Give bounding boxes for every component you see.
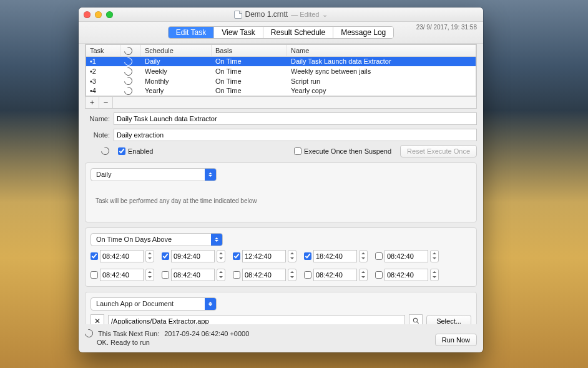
table-row[interactable]: 1DailyOn TimeDaily Task Launch data Extr… bbox=[86, 57, 476, 67]
time-stepper[interactable] bbox=[288, 269, 296, 281]
col-task[interactable]: Task bbox=[86, 45, 120, 56]
refresh-icon bbox=[122, 66, 134, 77]
schedule-popup[interactable]: Daily bbox=[91, 168, 217, 181]
refresh-icon[interactable] bbox=[99, 146, 110, 157]
desktop-wallpaper: Demo 1.crntt — Edited ⌄ 23/ 9/ 2017, 19:… bbox=[0, 0, 588, 368]
document-icon bbox=[234, 11, 242, 19]
clear-path-button[interactable]: ✕ bbox=[91, 314, 104, 324]
titlebar[interactable]: Demo 1.crntt — Edited ⌄ bbox=[79, 7, 483, 22]
col-basis[interactable]: Basis bbox=[212, 45, 287, 56]
basis-popup-value: On Time On Days Above bbox=[91, 236, 177, 243]
enabled-checkbox[interactable]: Enabled bbox=[118, 147, 153, 155]
time-enable-checkbox[interactable] bbox=[375, 252, 383, 260]
time-value-input[interactable] bbox=[171, 269, 215, 281]
execute-once-checkbox[interactable]: Execute Once then Suspend bbox=[294, 147, 391, 155]
task-refresh-cell bbox=[120, 76, 141, 86]
task-table[interactable]: Task Schedule Basis Name 1DailyOn TimeDa… bbox=[86, 44, 476, 96]
svg-line-1 bbox=[416, 322, 418, 324]
time-slot bbox=[233, 269, 296, 281]
time-stepper[interactable] bbox=[145, 269, 154, 281]
note-label: Note: bbox=[85, 131, 110, 139]
time-value-input[interactable] bbox=[385, 269, 428, 281]
time-value-input[interactable] bbox=[313, 269, 357, 281]
refresh-icon[interactable] bbox=[83, 327, 94, 339]
refresh-icon bbox=[122, 45, 134, 56]
title-dropdown-icon[interactable]: ⌄ bbox=[322, 11, 328, 19]
task-refresh-cell bbox=[120, 57, 141, 67]
time-enable-checkbox[interactable] bbox=[304, 271, 311, 279]
task-name: Daily Task Launch data Extractor bbox=[287, 57, 476, 67]
time-enable-checkbox[interactable] bbox=[304, 252, 311, 260]
table-row[interactable]: 3MonthlyOn TimeScript run bbox=[86, 76, 476, 86]
time-panel: On Time On Days Above bbox=[85, 227, 477, 287]
time-enable-checkbox[interactable] bbox=[91, 271, 98, 279]
time-stepper[interactable] bbox=[288, 250, 296, 262]
task-number: 2 bbox=[86, 66, 120, 76]
tab-message-log[interactable]: Message Log bbox=[333, 27, 393, 38]
time-stepper[interactable] bbox=[359, 269, 368, 281]
time-stepper[interactable] bbox=[430, 269, 439, 281]
refresh-icon bbox=[122, 76, 134, 87]
select-path-button[interactable]: Select... bbox=[426, 315, 471, 324]
reset-execute-once-button[interactable]: Reset Execute Once bbox=[400, 145, 477, 157]
time-enable-checkbox[interactable] bbox=[162, 271, 169, 279]
task-table-container: Task Schedule Basis Name 1DailyOn TimeDa… bbox=[85, 44, 477, 109]
add-task-button[interactable]: + bbox=[86, 97, 99, 108]
time-stepper[interactable] bbox=[217, 250, 225, 262]
action-panel: Launch App or Document ✕ Select... Drag … bbox=[85, 292, 477, 324]
path-field[interactable] bbox=[108, 315, 405, 324]
time-value-input[interactable] bbox=[242, 250, 286, 262]
time-enable-checkbox[interactable] bbox=[233, 252, 240, 260]
tab-edit-task[interactable]: Edit Task bbox=[169, 27, 214, 38]
run-now-button[interactable]: Run Now bbox=[435, 334, 477, 346]
time-slot bbox=[91, 250, 154, 262]
time-enable-checkbox[interactable] bbox=[91, 252, 98, 260]
time-value-input[interactable] bbox=[100, 250, 144, 262]
note-field[interactable] bbox=[114, 129, 477, 141]
app-window: Demo 1.crntt — Edited ⌄ 23/ 9/ 2017, 19:… bbox=[79, 7, 483, 352]
execute-once-checkbox-label: Execute Once then Suspend bbox=[304, 147, 391, 155]
time-value-input[interactable] bbox=[242, 269, 286, 281]
action-popup-value: Launch App or Document bbox=[91, 300, 179, 307]
time-stepper[interactable] bbox=[145, 250, 154, 262]
col-name[interactable]: Name bbox=[287, 45, 476, 56]
time-value-input[interactable] bbox=[100, 269, 144, 281]
task-schedule: Daily bbox=[141, 57, 212, 67]
task-number: 1 bbox=[86, 57, 120, 67]
time-slot bbox=[304, 269, 368, 281]
schedule-popup-value: Daily bbox=[91, 171, 116, 178]
time-enable-checkbox[interactable] bbox=[162, 252, 169, 260]
execute-once-checkbox-input[interactable] bbox=[294, 147, 301, 155]
table-row[interactable]: 2WeeklyOn TimeWeekly sync between jails bbox=[86, 66, 476, 76]
task-name: Script run bbox=[287, 76, 476, 86]
next-run-label: This Task Next Run: bbox=[98, 330, 159, 337]
tab-result-schedule[interactable]: Result Schedule bbox=[263, 27, 333, 38]
task-basis: On Time bbox=[212, 86, 287, 96]
time-value-input[interactable] bbox=[313, 250, 357, 262]
enabled-checkbox-input[interactable] bbox=[118, 147, 125, 155]
task-refresh-cell bbox=[120, 86, 141, 96]
task-number: 3 bbox=[86, 76, 120, 86]
reveal-button[interactable] bbox=[409, 314, 423, 324]
task-schedule: Weekly bbox=[141, 66, 212, 76]
time-enable-checkbox[interactable] bbox=[375, 271, 383, 279]
tab-view-task[interactable]: View Task bbox=[214, 27, 263, 38]
time-value-input[interactable] bbox=[385, 250, 428, 262]
refresh-icon bbox=[122, 85, 134, 96]
action-popup[interactable]: Launch App or Document bbox=[91, 297, 217, 311]
task-number: 4 bbox=[86, 86, 120, 96]
time-stepper[interactable] bbox=[430, 250, 439, 262]
col-refresh[interactable] bbox=[120, 45, 141, 56]
col-schedule[interactable]: Schedule bbox=[141, 45, 212, 56]
name-field[interactable] bbox=[114, 112, 477, 125]
time-value-input[interactable] bbox=[171, 250, 215, 262]
time-enable-checkbox[interactable] bbox=[233, 271, 240, 279]
popup-arrow-icon bbox=[205, 298, 216, 310]
time-slot bbox=[304, 250, 368, 262]
basis-popup[interactable]: On Time On Days Above bbox=[91, 233, 223, 246]
time-stepper[interactable] bbox=[359, 250, 368, 262]
table-row[interactable]: 4YearlyOn TimeYearly copy bbox=[86, 86, 476, 96]
time-stepper[interactable] bbox=[217, 269, 225, 281]
remove-task-button[interactable]: − bbox=[99, 97, 113, 108]
popup-arrow-icon bbox=[211, 234, 222, 246]
